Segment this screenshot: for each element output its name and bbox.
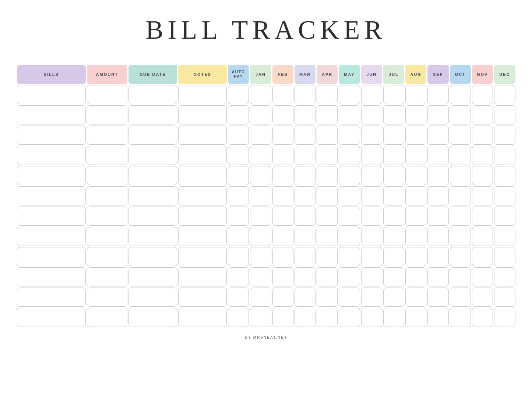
aug-cell[interactable] [405,166,426,185]
jul-cell[interactable] [383,105,404,124]
jun-cell[interactable] [361,146,382,165]
oct-cell[interactable] [450,207,471,226]
apr-cell[interactable] [317,247,338,266]
jan-cell[interactable] [250,247,271,266]
may-cell[interactable] [339,85,360,104]
due-date-cell[interactable] [128,207,177,226]
jul-cell[interactable] [383,146,404,165]
apr-cell[interactable] [317,186,338,205]
nov-cell[interactable] [472,288,493,307]
aug-cell[interactable] [405,85,426,104]
bills-cell[interactable] [17,247,86,266]
bills-cell[interactable] [17,146,86,165]
may-cell[interactable] [339,146,360,165]
may-cell[interactable] [339,186,360,205]
feb-cell[interactable] [272,247,293,266]
oct-cell[interactable] [450,105,471,124]
mar-cell[interactable] [295,227,316,246]
auto-pay-cell[interactable] [228,186,249,205]
jan-cell[interactable] [250,288,271,307]
bills-cell[interactable] [17,126,86,145]
due-date-cell[interactable] [128,166,177,185]
jun-cell[interactable] [361,308,382,327]
jan-cell[interactable] [250,105,271,124]
mar-cell[interactable] [295,247,316,266]
oct-cell[interactable] [450,126,471,145]
notes-cell[interactable] [178,126,227,145]
jan-cell[interactable] [250,85,271,104]
aug-cell[interactable] [405,227,426,246]
dec-cell[interactable] [494,308,515,327]
auto-pay-cell[interactable] [228,308,249,327]
mar-cell[interactable] [295,288,316,307]
notes-cell[interactable] [178,166,227,185]
may-cell[interactable] [339,126,360,145]
apr-cell[interactable] [317,207,338,226]
feb-cell[interactable] [272,207,293,226]
notes-cell[interactable] [178,227,227,246]
nov-cell[interactable] [472,105,493,124]
oct-cell[interactable] [450,85,471,104]
mar-cell[interactable] [295,85,316,104]
due-date-cell[interactable] [128,247,177,266]
bills-cell[interactable] [17,267,86,286]
amount-cell[interactable] [87,308,127,327]
bills-cell[interactable] [17,85,86,104]
dec-cell[interactable] [494,126,515,145]
aug-cell[interactable] [405,267,426,286]
dec-cell[interactable] [494,85,515,104]
jan-cell[interactable] [250,267,271,286]
oct-cell[interactable] [450,247,471,266]
bills-cell[interactable] [17,186,86,205]
apr-cell[interactable] [317,166,338,185]
amount-cell[interactable] [87,105,127,124]
bills-cell[interactable] [17,166,86,185]
sep-cell[interactable] [427,146,448,165]
amount-cell[interactable] [87,207,127,226]
jun-cell[interactable] [361,267,382,286]
amount-cell[interactable] [87,146,127,165]
aug-cell[interactable] [405,308,426,327]
aug-cell[interactable] [405,288,426,307]
jun-cell[interactable] [361,186,382,205]
oct-cell[interactable] [450,288,471,307]
feb-cell[interactable] [272,308,293,327]
mar-cell[interactable] [295,126,316,145]
auto-pay-cell[interactable] [228,85,249,104]
sep-cell[interactable] [427,105,448,124]
sep-cell[interactable] [427,166,448,185]
apr-cell[interactable] [317,146,338,165]
nov-cell[interactable] [472,166,493,185]
notes-cell[interactable] [178,105,227,124]
mar-cell[interactable] [295,207,316,226]
nov-cell[interactable] [472,146,493,165]
oct-cell[interactable] [450,146,471,165]
feb-cell[interactable] [272,227,293,246]
auto-pay-cell[interactable] [228,146,249,165]
notes-cell[interactable] [178,267,227,286]
amount-cell[interactable] [87,267,127,286]
may-cell[interactable] [339,288,360,307]
jul-cell[interactable] [383,247,404,266]
may-cell[interactable] [339,247,360,266]
sep-cell[interactable] [427,308,448,327]
jun-cell[interactable] [361,166,382,185]
jul-cell[interactable] [383,85,404,104]
notes-cell[interactable] [178,288,227,307]
feb-cell[interactable] [272,288,293,307]
notes-cell[interactable] [178,146,227,165]
oct-cell[interactable] [450,227,471,246]
mar-cell[interactable] [295,308,316,327]
sep-cell[interactable] [427,267,448,286]
amount-cell[interactable] [87,166,127,185]
amount-cell[interactable] [87,288,127,307]
notes-cell[interactable] [178,85,227,104]
aug-cell[interactable] [405,146,426,165]
sep-cell[interactable] [427,207,448,226]
notes-cell[interactable] [178,186,227,205]
dec-cell[interactable] [494,186,515,205]
sep-cell[interactable] [427,288,448,307]
auto-pay-cell[interactable] [228,166,249,185]
feb-cell[interactable] [272,267,293,286]
sep-cell[interactable] [427,126,448,145]
